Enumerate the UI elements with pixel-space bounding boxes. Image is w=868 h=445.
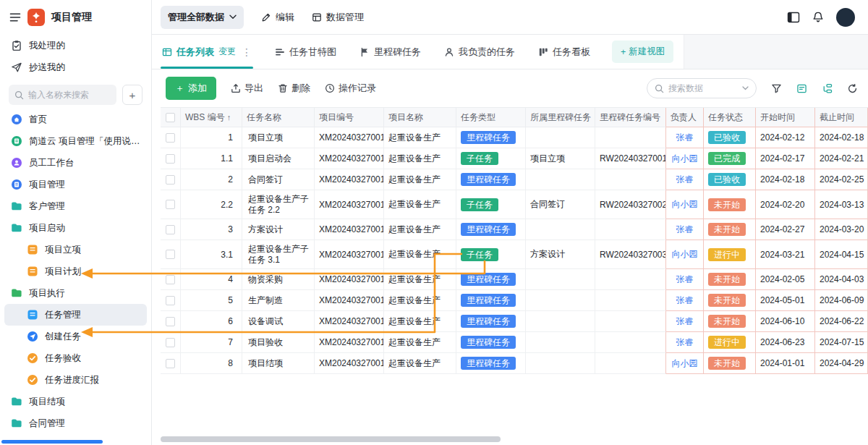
checkbox[interactable] [166,250,175,259]
table-row[interactable]: 2.2起重设备生产子任务 2.2XM20240327001起重设备生产子任务合同… [161,190,868,219]
sidebar-item[interactable]: 项目启动 [4,217,147,239]
row-checkbox-cell[interactable] [161,219,181,240]
row-checkbox-cell[interactable] [161,190,181,219]
column-header[interactable]: 负责人 [666,108,704,127]
owner-link[interactable]: 张睿 [676,224,694,236]
checkbox[interactable] [166,200,175,209]
column-header[interactable]: 任务名称 [242,108,315,127]
checkbox[interactable] [166,275,175,284]
data-manage-button[interactable]: 数据管理 [312,11,364,24]
sidebar-item[interactable]: 首页 [4,109,147,130]
sidebar-scrollbar[interactable] [1,440,103,444]
menu-toggle-icon[interactable] [9,12,21,23]
tree-view-icon[interactable] [822,83,833,94]
sidebar-item[interactable]: 简道云 项目管理「使用说明」 [4,130,147,152]
table-row[interactable]: 3方案设计XM20240327001起重设备生产里程碑任务张睿未开始2024-0… [161,219,868,240]
table-search-box[interactable] [647,78,757,98]
owner-link[interactable]: 张睿 [676,274,694,286]
filter-icon[interactable] [771,83,782,94]
export-button[interactable]: 导出 [231,82,263,95]
column-header[interactable]: 所属里程碑任务 [526,108,595,127]
row-checkbox-cell[interactable] [161,311,181,332]
table-row[interactable]: 2合同签订XM20240327001起重设备生产里程碑任务张睿已验收2024-0… [161,169,868,190]
chevron-down-icon[interactable] [742,86,749,90]
checkbox[interactable] [166,133,175,143]
column-header[interactable]: 开始时间 [756,108,815,127]
sidebar-search-box[interactable] [9,85,116,105]
row-checkbox-cell[interactable] [161,148,181,169]
view-tab[interactable]: 里程碑任务 [358,35,422,69]
more-options-icon[interactable]: ⋮ [242,46,252,58]
column-header[interactable]: 任务类型 [456,108,526,127]
owner-link[interactable]: 向小园 [672,248,698,260]
table-row[interactable]: 4物资采购XM20240327001起重设备生产里程碑任务张睿未开始2024-0… [161,269,868,290]
horizontal-scrollbar-thumb[interactable] [161,436,501,442]
sidebar-item[interactable]: 合同管理 [4,412,147,434]
table-search-input[interactable] [668,83,738,93]
table-row[interactable]: 6设备调试XM20240327001起重设备生产里程碑任务张睿未开始2024-0… [161,311,868,332]
row-checkbox-cell[interactable] [161,353,181,374]
checkbox[interactable] [166,175,175,185]
checkbox[interactable] [166,317,175,326]
data-scope-button[interactable]: 管理全部数据 [161,6,244,29]
sidebar-item[interactable]: 项目结项 [4,391,147,412]
sidebar-item[interactable]: 项目管理 [4,174,147,195]
row-checkbox-cell[interactable] [161,240,181,269]
sidebar-item[interactable]: 任务验收 [4,347,147,369]
panel-toggle-icon[interactable] [787,11,800,24]
table-row[interactable]: 1.1项目启动会XM20240327001起重设备生产子任务项目立项RW2024… [161,148,868,169]
table-row[interactable]: 8项目结项XM20240327001起重设备生产里程碑任务向小园未开始2024-… [161,353,868,374]
sidebar-item[interactable]: 客户管理 [4,195,147,217]
column-header[interactable]: 里程碑任务编号 [595,108,666,127]
sidebar-search-input[interactable] [28,90,111,100]
checkbox[interactable] [166,225,175,234]
select-all-checkbox[interactable] [161,108,181,127]
row-checkbox-cell[interactable] [161,169,181,190]
view-tab[interactable]: 我负责的任务 [443,35,516,69]
owner-link[interactable]: 张睿 [676,132,694,144]
notification-bell-icon[interactable] [812,11,825,24]
owner-link[interactable]: 向小园 [672,357,698,370]
edit-button[interactable]: 编辑 [261,11,294,24]
view-tab[interactable]: 任务甘特图 [273,35,338,69]
sidebar-item[interactable]: 任务管理 [4,304,147,326]
sidebar-item[interactable]: 员工工作台 [4,152,147,174]
refresh-icon[interactable] [847,83,858,94]
column-header[interactable]: 任务状态 [704,108,756,127]
checkbox[interactable] [166,296,175,305]
sidebar-item[interactable]: 创建任务 [4,326,147,347]
sidebar-shortcut[interactable]: 抄送我的 [4,56,147,78]
sidebar-item[interactable]: 项目计划 [4,260,147,282]
row-checkbox-cell[interactable] [161,290,181,311]
owner-link[interactable]: 张睿 [676,315,694,328]
owner-link[interactable]: 向小园 [672,198,698,211]
sidebar-shortcut[interactable]: 我处理的 [4,35,147,56]
owner-link[interactable]: 张睿 [676,294,694,307]
view-tab[interactable]: 任务看板 [537,35,592,69]
checkbox[interactable] [166,154,175,164]
column-header[interactable]: WBS 编号↑ [181,108,242,127]
operation-log-button[interactable]: 操作记录 [325,82,376,95]
sidebar-item[interactable]: 项目执行 [4,282,147,304]
add-record-button[interactable]: ＋ 添加 [166,77,216,100]
table-row[interactable]: 1项目立项XM20240327001起重设备生产里程碑任务张睿已验收2024-0… [161,127,868,148]
sheet-view-icon[interactable] [796,83,807,94]
column-header[interactable]: 截止时间 [815,108,868,127]
table-row[interactable]: 5生产制造XM20240327001起重设备生产里程碑任务张睿未开始2024-0… [161,290,868,311]
view-tab[interactable]: 任务列表变更⋮ [161,35,253,69]
table-row[interactable]: 7项目验收XM20240327001起重设备生产里程碑任务张睿进行中2024-0… [161,332,868,353]
checkbox[interactable] [166,338,175,347]
row-checkbox-cell[interactable] [161,332,181,353]
delete-button[interactable]: 删除 [278,82,310,95]
horizontal-scrollbar[interactable] [161,436,868,442]
sidebar-item[interactable]: 任务进度汇报 [4,369,147,391]
row-checkbox-cell[interactable] [161,127,181,148]
sidebar-add-button[interactable]: + [122,85,142,105]
owner-link[interactable]: 张睿 [676,174,694,186]
table-row[interactable]: 3.1起重设备生产子任务 3.1XM20240327001起重设备生产子任务方案… [161,240,868,269]
checkbox[interactable] [166,359,175,368]
column-header[interactable]: 项目名称 [384,108,456,127]
owner-link[interactable]: 向小园 [672,153,698,165]
column-header[interactable]: 项目编号 [315,108,384,127]
owner-link[interactable]: 张睿 [676,336,694,349]
